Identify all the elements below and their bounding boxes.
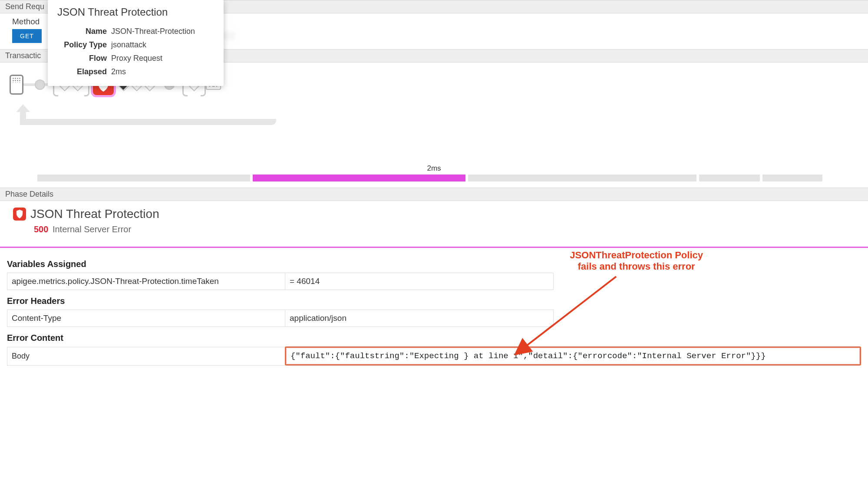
- tooltip-flow-value: Proxy Request: [111, 52, 213, 65]
- phase-details-header: Phase Details: [0, 188, 868, 201]
- header-name: Content-Type: [7, 310, 285, 327]
- timing-segment[interactable]: [699, 175, 760, 181]
- status-text: Internal Server Error: [53, 224, 131, 234]
- phase-title: JSON Threat Protection: [30, 207, 159, 221]
- table-row: apigee.metrics.policy.JSON-Threat-Protec…: [7, 273, 554, 290]
- timing-bar: 2ms: [0, 162, 868, 188]
- tooltip-arrow-icon: [119, 86, 127, 90]
- tooltip-policytype-value: jsonattack: [111, 39, 213, 51]
- variable-name: apigee.metrics.policy.JSON-Threat-Protec…: [7, 273, 285, 290]
- tooltip-elapsed-value: 2ms: [111, 66, 213, 78]
- error-headers-heading: Error Headers: [7, 296, 861, 306]
- policy-tooltip: JSON Threat Protection Name JSON-Threat-…: [48, 0, 224, 86]
- status-code: 500: [34, 224, 48, 234]
- timing-segment[interactable]: [468, 175, 696, 181]
- body-label: Body: [7, 347, 285, 366]
- timing-segment[interactable]: [762, 175, 822, 181]
- tooltip-name-key: Name: [58, 25, 110, 38]
- shield-icon: [13, 208, 26, 221]
- timing-segment[interactable]: [253, 175, 465, 181]
- response-return-arrow-icon: [15, 105, 276, 125]
- variable-value: = 46014: [285, 273, 554, 290]
- variables-assigned-heading: Variables Assigned: [7, 259, 861, 269]
- response-status: 500 Internal Server Error: [13, 224, 863, 234]
- tooltip-flow-key: Flow: [58, 52, 110, 65]
- http-method-button[interactable]: GET: [12, 29, 42, 43]
- tooltip-elapsed-key: Elapsed: [58, 66, 110, 78]
- header-value: application/json: [285, 310, 554, 327]
- table-row: Content-Type application/json: [7, 310, 554, 327]
- error-headers-table: Content-Type application/json: [7, 310, 554, 327]
- client-device-icon: [10, 75, 23, 95]
- tooltip-name-value: JSON-Threat-Protection: [111, 25, 213, 38]
- error-content-heading: Error Content: [7, 333, 861, 343]
- tooltip-title: JSON Threat Protection: [57, 6, 214, 18]
- error-body-json: {"fault":{"faultstring":"Expecting } at …: [285, 346, 861, 366]
- timing-segment[interactable]: [37, 175, 250, 181]
- timing-label: 2ms: [37, 164, 831, 173]
- flow-node[interactable]: [35, 79, 45, 90]
- tooltip-policytype-key: Policy Type: [58, 39, 110, 51]
- variables-table: apigee.metrics.policy.JSON-Threat-Protec…: [7, 273, 554, 290]
